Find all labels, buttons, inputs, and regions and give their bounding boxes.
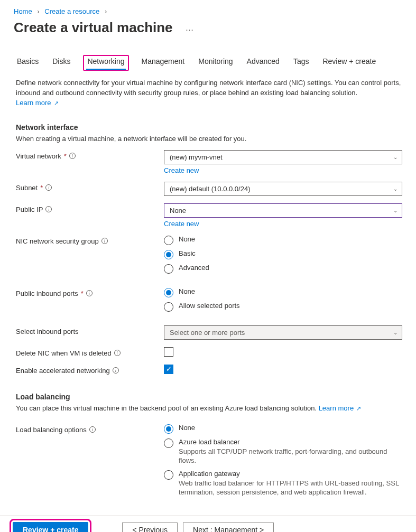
radio-checked-icon <box>164 250 173 259</box>
breadcrumb-create-resource[interactable]: Create a resource <box>44 7 99 15</box>
label-subnet: Subnet * i <box>16 182 164 192</box>
required-indicator: * <box>64 152 67 160</box>
delete-nic-checkbox[interactable] <box>164 347 173 357</box>
chevron-right-icon: › <box>37 7 39 15</box>
lb-option-none[interactable]: None <box>164 424 402 434</box>
breadcrumb: Home › Create a resource › <box>0 0 416 18</box>
tab-monitoring[interactable]: Monitoring <box>197 55 234 71</box>
tab-basics[interactable]: Basics <box>16 55 40 71</box>
virtual-network-select[interactable]: (new) myvm-vnet ⌄ <box>164 150 402 164</box>
info-icon[interactable]: i <box>86 290 93 296</box>
learn-more-link[interactable]: Learn more ↗ <box>16 99 59 107</box>
subnet-select[interactable]: (new) default (10.0.0.0/24) ⌄ <box>164 182 402 196</box>
tab-tags[interactable]: Tags <box>292 55 310 71</box>
radio-checked-icon <box>164 424 173 434</box>
radio-icon <box>164 264 173 274</box>
info-icon[interactable]: i <box>45 184 52 191</box>
inbound-option-allow[interactable]: Allow selected ports <box>164 302 402 312</box>
section-network-interface: Network interface <box>16 123 402 132</box>
label-public-ip: Public IP i <box>16 203 164 213</box>
radio-icon <box>164 438 173 448</box>
label-delete-nic: Delete NIC when VM is deleted i <box>16 347 164 357</box>
select-ports-select: Select one or more ports ⌄ <box>164 325 402 340</box>
chevron-down-icon: ⌄ <box>393 330 397 335</box>
tab-management[interactable]: Management <box>141 55 186 71</box>
public-ip-select[interactable]: None ⌄ <box>164 203 402 218</box>
label-virtual-network: Virtual network * i <box>16 150 164 160</box>
chevron-down-icon: ⌄ <box>393 186 397 192</box>
radio-icon <box>164 470 173 480</box>
tab-disks[interactable]: Disks <box>51 55 71 71</box>
chevron-down-icon: ⌄ <box>393 208 397 213</box>
chevron-right-icon: › <box>105 7 107 15</box>
info-icon[interactable]: i <box>69 153 76 159</box>
required-indicator: * <box>81 290 84 297</box>
section-load-balancing-desc: You can place this virtual machine in th… <box>16 404 402 412</box>
nsg-option-basic[interactable]: Basic <box>164 249 402 259</box>
previous-button[interactable]: < Previous <box>122 522 178 532</box>
chevron-down-icon: ⌄ <box>393 154 397 160</box>
footer-bar: Review + create < Previous Next : Manage… <box>0 515 416 532</box>
lb-option-alb[interactable]: Azure load balancer Supports all TCP/UDP… <box>164 438 402 465</box>
tab-review[interactable]: Review + create <box>321 55 377 71</box>
tab-advanced[interactable]: Advanced <box>246 55 281 71</box>
info-icon[interactable]: i <box>114 350 121 356</box>
virtual-network-create-new[interactable]: Create new <box>164 166 199 174</box>
section-network-interface-desc: When creating a virtual machine, a netwo… <box>16 135 402 143</box>
label-select-ports: Select inbound ports <box>16 325 164 335</box>
accel-net-checkbox[interactable]: ✓ <box>164 365 173 374</box>
page-title: Create a virtual machine <box>14 20 173 36</box>
label-nsg: NIC network security group i <box>16 235 164 245</box>
info-icon[interactable]: i <box>45 206 52 212</box>
label-lb-options: Load balancing options i <box>16 424 164 434</box>
nsg-option-none[interactable]: None <box>164 235 402 245</box>
radio-checked-icon <box>164 288 173 297</box>
required-indicator: * <box>40 184 43 192</box>
review-create-button[interactable]: Review + create <box>13 522 88 532</box>
radio-icon <box>164 236 173 245</box>
public-ip-create-new[interactable]: Create new <box>164 220 199 228</box>
lb-learn-more-link[interactable]: Learn more ↗ <box>319 404 362 412</box>
tab-bar: Basics Disks Networking Management Monit… <box>0 37 416 71</box>
tab-networking[interactable]: Networking <box>83 55 128 71</box>
section-load-balancing: Load balancing <box>16 393 402 401</box>
info-icon[interactable]: i <box>89 426 96 433</box>
nsg-option-advanced[interactable]: Advanced <box>164 264 402 274</box>
inbound-option-none[interactable]: None <box>164 287 402 297</box>
lb-option-agw[interactable]: Application gateway Web traffic load bal… <box>164 470 402 497</box>
info-icon[interactable]: i <box>113 367 119 374</box>
radio-icon <box>164 302 173 312</box>
external-link-icon: ↗ <box>355 405 361 412</box>
external-link-icon: ↗ <box>52 100 58 106</box>
breadcrumb-home[interactable]: Home <box>14 7 32 15</box>
info-icon[interactable]: i <box>101 238 108 244</box>
label-inbound-ports: Public inbound ports * i <box>16 287 164 297</box>
intro-text: Define network connectivity for your vir… <box>16 78 402 108</box>
next-button[interactable]: Next : Management > <box>183 522 274 532</box>
label-accel-net: Enable accelerated networking i <box>16 365 164 375</box>
more-actions-icon[interactable]: … <box>182 23 197 33</box>
